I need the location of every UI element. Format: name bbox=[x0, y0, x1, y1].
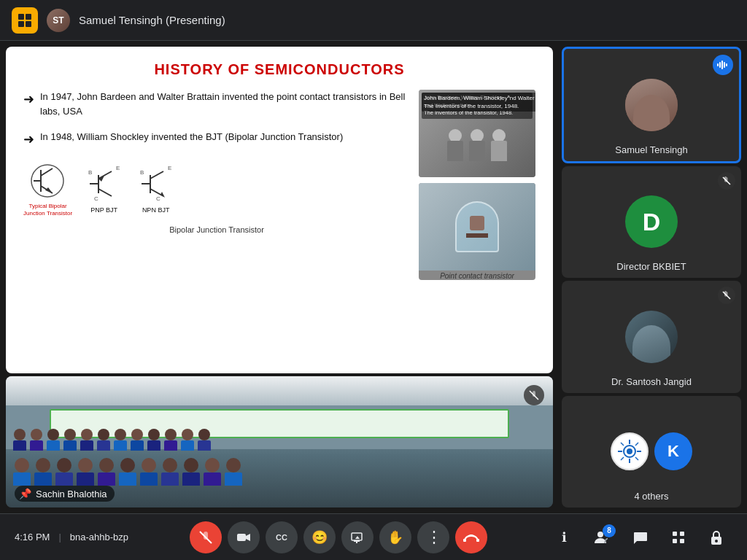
student-rows bbox=[13, 429, 546, 486]
slide-container: HISTORY OF SEMICONDUCTORS ➜ In 1947, Joh… bbox=[6, 47, 553, 373]
presenter-avatar: ST bbox=[47, 9, 70, 32]
svg-rect-31 bbox=[726, 63, 727, 66]
svg-rect-0 bbox=[18, 14, 24, 20]
others-tile: K 4 others bbox=[562, 396, 741, 508]
others-label: 4 others bbox=[562, 491, 741, 502]
transistor-image-caption: Point contact transistor bbox=[419, 272, 535, 280]
pnp-bjt-label: PNP BJT bbox=[90, 206, 117, 216]
director-tile: D Director BKBIET bbox=[562, 166, 741, 279]
svg-line-7 bbox=[41, 168, 53, 176]
santosh-mute-icon bbox=[718, 287, 735, 304]
slide-text: ➜ In 1947, John Bardeen and Walter Bratt… bbox=[23, 90, 410, 280]
svg-marker-25 bbox=[160, 192, 165, 198]
emoji-button[interactable]: 😊 bbox=[303, 521, 336, 553]
present-button[interactable] bbox=[341, 521, 374, 553]
svg-rect-28 bbox=[719, 62, 721, 68]
others-avatars: K bbox=[611, 432, 692, 470]
lock-button[interactable] bbox=[700, 521, 732, 553]
pnp-symbol-svg: B E C bbox=[84, 164, 124, 204]
right-panel: Samuel Tensingh D Director BKBIET bbox=[559, 41, 747, 513]
end-call-button[interactable] bbox=[455, 521, 487, 553]
svg-line-40 bbox=[621, 443, 624, 446]
people-badge: 8 bbox=[603, 524, 616, 537]
meeting-info: 4:16 PM | bna-ahhb-bzp bbox=[15, 532, 128, 542]
raise-hand-button[interactable]: ✋ bbox=[379, 521, 411, 553]
activities-button[interactable] bbox=[662, 521, 694, 553]
transistor-image bbox=[419, 183, 535, 271]
samuel-tile: Samuel Tensingh bbox=[562, 47, 741, 163]
bullet-1-text: In 1947, John Bardeen and Walter Brattai… bbox=[40, 90, 410, 118]
transistor-diagrams: Typical BipolarJunction Transistor B E C bbox=[23, 161, 410, 218]
svg-point-35 bbox=[627, 448, 632, 454]
svg-line-41 bbox=[635, 457, 638, 460]
people-button[interactable]: 8 bbox=[587, 521, 619, 553]
top-bar: ST Samuel Tensingh (Presenting) bbox=[0, 0, 747, 41]
svg-rect-2 bbox=[18, 21, 24, 27]
svg-rect-1 bbox=[26, 14, 31, 20]
svg-rect-49 bbox=[463, 539, 466, 542]
samuel-avatar bbox=[625, 79, 678, 131]
mute-button[interactable] bbox=[190, 521, 222, 553]
bullet-2: ➜ In 1948, William Shockley invented the… bbox=[23, 130, 410, 149]
svg-rect-29 bbox=[721, 61, 723, 69]
meeting-time: 4:16 PM bbox=[15, 532, 50, 542]
pin-icon: 📌 bbox=[19, 488, 31, 499]
santosh-tile: Dr. Santosh Jangid bbox=[562, 281, 741, 393]
santosh-avatar bbox=[625, 311, 678, 363]
svg-line-43 bbox=[621, 457, 624, 460]
transistor-image-box: Point contact transistor bbox=[419, 183, 535, 280]
svg-line-42 bbox=[635, 443, 638, 446]
inventors-image: John Bardeen, William Shockleyand Walter… bbox=[419, 90, 535, 177]
svg-text:B: B bbox=[88, 169, 92, 176]
video-button[interactable] bbox=[228, 521, 260, 553]
captions-button[interactable]: CC bbox=[266, 521, 298, 553]
meeting-code: bna-ahhb-bzp bbox=[70, 532, 128, 542]
svg-line-15 bbox=[98, 171, 112, 179]
npn-bjt-label: NPN BJT bbox=[142, 206, 170, 216]
sound-wave-icon bbox=[713, 55, 733, 75]
director-name: Director BKBIET bbox=[562, 261, 741, 272]
svg-marker-9 bbox=[45, 187, 53, 193]
inventors-image-box: John Bardeen, William Shockleyand Walter… bbox=[419, 90, 535, 177]
bjt-symbol-svg bbox=[28, 161, 68, 201]
director-mute-icon bbox=[718, 172, 735, 190]
svg-rect-48 bbox=[356, 542, 357, 543]
director-avatar: D bbox=[625, 195, 678, 248]
pnp-bjt: B E C PNP BJT bbox=[84, 164, 124, 216]
slide-title: HISTORY OF SEMICONDUCTORS bbox=[23, 61, 535, 78]
k-avatar: K bbox=[654, 432, 692, 470]
slide-content: ➜ In 1947, John Bardeen and Walter Bratt… bbox=[23, 90, 535, 280]
svg-rect-53 bbox=[673, 532, 677, 536]
svg-text:E: E bbox=[116, 165, 120, 171]
audience-mute-icon bbox=[524, 385, 544, 405]
svg-rect-30 bbox=[724, 62, 725, 68]
svg-rect-54 bbox=[680, 532, 684, 536]
main-area: HISTORY OF SEMICONDUCTORS ➜ In 1947, Joh… bbox=[0, 41, 747, 513]
npn-bjt: B E C NPN BJT bbox=[136, 164, 176, 216]
svg-point-58 bbox=[715, 540, 718, 542]
presenter-name: Samuel Tensingh (Presenting) bbox=[79, 14, 225, 26]
controls: CC 😊 ✋ ⋮ bbox=[190, 521, 487, 553]
left-panel: HISTORY OF SEMICONDUCTORS ➜ In 1947, Joh… bbox=[0, 41, 559, 513]
arrow-icon-2: ➜ bbox=[23, 130, 34, 149]
svg-rect-45 bbox=[237, 534, 246, 541]
more-options-button[interactable]: ⋮ bbox=[417, 521, 449, 553]
svg-line-23 bbox=[150, 171, 163, 179]
typical-bjt: Typical BipolarJunction Transistor bbox=[23, 161, 72, 218]
bjt-caption: Bipolar Junction Transistor bbox=[23, 224, 410, 236]
divider: | bbox=[58, 532, 61, 542]
institution-logo bbox=[611, 432, 649, 470]
app-logo bbox=[12, 7, 38, 34]
typical-bjt-label: Typical BipolarJunction Transistor bbox=[23, 203, 72, 218]
svg-rect-50 bbox=[476, 539, 479, 542]
chat-button[interactable] bbox=[624, 521, 657, 553]
svg-rect-56 bbox=[680, 539, 684, 543]
info-button[interactable]: ℹ bbox=[549, 521, 581, 553]
samuel-name: Samuel Tensingh bbox=[564, 144, 739, 155]
svg-text:E: E bbox=[168, 165, 171, 171]
svg-rect-27 bbox=[717, 63, 719, 66]
bullet-1: ➜ In 1947, John Bardeen and Walter Bratt… bbox=[23, 90, 410, 118]
svg-line-17 bbox=[98, 189, 112, 196]
santosh-name: Dr. Santosh Jangid bbox=[562, 376, 741, 387]
bullet-2-text: In 1948, William Shockley invented the B… bbox=[40, 130, 343, 144]
